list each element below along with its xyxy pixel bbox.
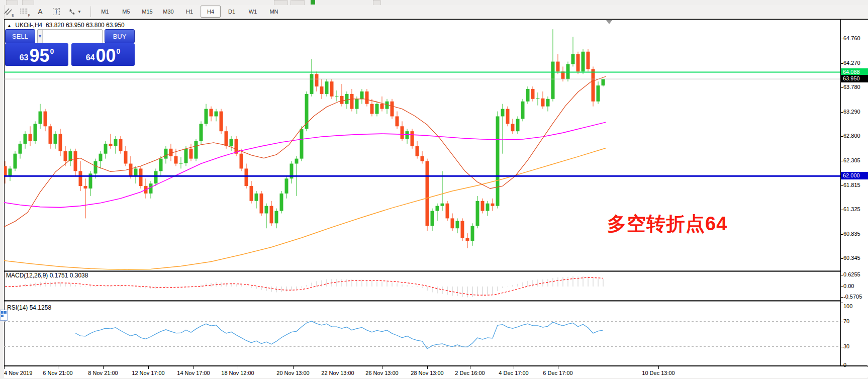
time-tick bbox=[293, 366, 294, 369]
rsi-indicator-pane[interactable] bbox=[4, 303, 840, 365]
tool-subscript: F bbox=[28, 14, 30, 17]
cutoff-green-icon[interactable] bbox=[311, 0, 315, 5]
trading-platform-window: E F A T ▼ M1M5M15M30H1H4D1W1MN bbox=[0, 0, 868, 379]
timeframe-button-m30[interactable]: M30 bbox=[158, 6, 178, 18]
volume-control: ▼ ▲ bbox=[37, 29, 103, 43]
fibo-grid-tool-icon[interactable]: F bbox=[17, 6, 31, 18]
rsi-axis-label: 30 bbox=[843, 343, 849, 349]
price-axis-label: 63.780 bbox=[843, 84, 860, 90]
price-axis-label: 64.760 bbox=[843, 35, 860, 41]
buy-price-display[interactable]: 64000 bbox=[71, 43, 135, 66]
timeframe-button-h1[interactable]: H1 bbox=[179, 6, 200, 18]
price-axis-label: 61.815 bbox=[843, 182, 860, 188]
price-tick bbox=[840, 63, 843, 64]
macd-tick bbox=[840, 275, 843, 275]
price-tick bbox=[840, 87, 843, 88]
time-tick bbox=[58, 366, 58, 369]
price-axis-label: 62.305 bbox=[843, 157, 860, 163]
timeframe-button-m15[interactable]: M15 bbox=[137, 6, 157, 18]
price-axis-label: 63.290 bbox=[843, 109, 860, 115]
timeframe-button-m1[interactable]: M1 bbox=[95, 6, 115, 18]
text-tool-icon[interactable]: A bbox=[33, 6, 47, 18]
time-tick bbox=[238, 366, 238, 369]
time-axis-label: 18 Nov 12:00 bbox=[221, 370, 254, 376]
macd-axis-label: 0.6255 bbox=[843, 271, 860, 277]
rsi-tick bbox=[840, 365, 843, 366]
time-tick bbox=[558, 366, 558, 369]
collapse-triangle-icon[interactable]: ▲ bbox=[7, 23, 12, 28]
buy-button[interactable]: BUY bbox=[105, 29, 135, 43]
time-tick bbox=[658, 366, 659, 369]
macd-label: MACD(12,26,9) 0.1751 0.3038 bbox=[6, 272, 88, 279]
time-axis-label: 20 Nov 13:00 bbox=[276, 370, 309, 376]
macd-rsi-separator-2[interactable] bbox=[4, 302, 840, 302]
time-axis-label: 8 Nov 21:00 bbox=[88, 370, 118, 376]
price-level-badge: 63.950 bbox=[841, 75, 868, 82]
volume-input[interactable] bbox=[43, 30, 103, 43]
timeframe-button-m5[interactable]: M5 bbox=[116, 6, 136, 18]
price-axis-label: 60.835 bbox=[843, 231, 860, 237]
dropdown-arrow-icon: ▼ bbox=[77, 10, 81, 14]
timeframe-button-mn[interactable]: MN bbox=[264, 6, 284, 18]
main-macd-separator-2[interactable] bbox=[4, 271, 840, 272]
price-level-badge: 62.000 bbox=[841, 172, 868, 179]
price-tick bbox=[840, 185, 843, 186]
docked-window-icon[interactable] bbox=[0, 310, 8, 321]
time-tick bbox=[470, 366, 470, 369]
time-tick bbox=[427, 366, 428, 369]
boxed-t-glyph: T bbox=[53, 8, 60, 15]
time-axis-label: 26 Nov 13:00 bbox=[365, 370, 398, 376]
sell-price-display[interactable]: 63950 bbox=[5, 43, 68, 66]
price-tick bbox=[840, 112, 843, 113]
macd-tick bbox=[840, 297, 843, 298]
macd-axis-label: -0.5705 bbox=[843, 294, 862, 300]
price-axis-label: 61.325 bbox=[843, 206, 860, 212]
rsi-tick bbox=[840, 347, 843, 347]
time-axis-label: 6 Nov 21:00 bbox=[43, 370, 72, 376]
time-axis[interactable]: 4 Nov 20196 Nov 21:008 Nov 21:0012 Nov 1… bbox=[4, 365, 867, 378]
buy-price-small: 64 bbox=[86, 53, 95, 62]
timeframe-bar: M1M5M15M30H1H4D1W1MN bbox=[94, 6, 284, 18]
time-tick bbox=[338, 366, 338, 369]
buy-price-big: 00 bbox=[95, 47, 116, 64]
chart-symbol-title: ▲ UKOil-,H4 63.820 63.950 63.800 63.950 bbox=[7, 22, 125, 29]
price-axis-label: 64.270 bbox=[843, 60, 860, 66]
rsi-label: RSI(14) 54.1258 bbox=[7, 304, 51, 311]
tool-subscript: E bbox=[12, 14, 14, 17]
time-axis-label: 14 Nov 17:00 bbox=[177, 370, 210, 376]
macd-indicator-pane[interactable] bbox=[4, 271, 840, 300]
timeframe-button-w1[interactable]: W1 bbox=[243, 6, 263, 18]
time-axis-label: 28 Nov 13:00 bbox=[411, 370, 443, 376]
chart-shift-marker-icon[interactable] bbox=[606, 20, 612, 24]
macd-rsi-separator[interactable] bbox=[4, 300, 840, 301]
time-axis-label: 4 Dec 17:00 bbox=[499, 370, 528, 376]
rsi-axis-label: 0 bbox=[843, 362, 846, 368]
arrows-glyph bbox=[68, 8, 76, 15]
symbol-name: UKOil-,H4 bbox=[15, 22, 42, 29]
time-tick bbox=[382, 366, 382, 369]
sell-price-sup: 0 bbox=[50, 47, 54, 55]
main-macd-separator[interactable] bbox=[4, 270, 840, 270]
time-tick bbox=[103, 366, 104, 369]
chart-text-annotation: 多空转折点64 bbox=[607, 211, 727, 237]
time-axis-label: 4 Nov 2019 bbox=[4, 370, 32, 376]
timeframe-button-h4[interactable]: H4 bbox=[201, 6, 221, 18]
price-tick bbox=[840, 258, 843, 259]
price-axis-label: 60.345 bbox=[843, 255, 860, 261]
sell-button[interactable]: SELL bbox=[5, 29, 35, 43]
sell-price-small: 63 bbox=[20, 53, 29, 62]
price-tick bbox=[840, 210, 843, 210]
arrows-tool-icon[interactable]: ▼ bbox=[65, 6, 84, 18]
macd-tick bbox=[840, 287, 843, 287]
rsi-tick bbox=[840, 322, 843, 322]
time-axis-label: 12 Nov 17:00 bbox=[132, 370, 164, 376]
time-axis-label: 22 Nov 13:00 bbox=[321, 370, 354, 376]
price-tick bbox=[840, 161, 843, 161]
volume-decrease-button[interactable]: ▼ bbox=[38, 30, 43, 43]
rsi-axis-label: 100 bbox=[843, 303, 852, 309]
time-axis-label: 2 Dec 16:00 bbox=[455, 370, 485, 376]
text-label-tool-icon[interactable]: T bbox=[49, 6, 63, 18]
timeframe-button-d1[interactable]: D1 bbox=[222, 6, 242, 18]
price-tick bbox=[840, 234, 843, 235]
price-axis-label: 62.800 bbox=[843, 133, 860, 139]
